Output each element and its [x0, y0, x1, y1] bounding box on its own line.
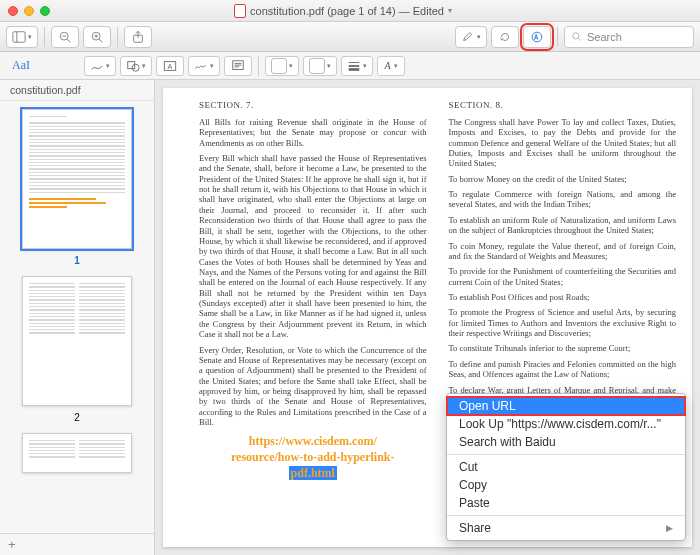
sign-button[interactable]: ▾: [188, 56, 220, 76]
thumbnail-sidebar: constitution.pdf 1 2: [0, 80, 155, 555]
section-8-p1: The Congress shall have Power To lay and…: [449, 117, 677, 169]
url-line-1: https://www.cisdem.com/: [201, 434, 425, 450]
menu-copy[interactable]: Copy: [447, 476, 685, 494]
section-8-p9: To constitute Tribunals inferior to the …: [449, 343, 677, 353]
maximize-window-button[interactable]: [40, 6, 50, 16]
section-8-p7: To establish Post Offices and post Roads…: [449, 292, 677, 302]
section-7-heading: SECTION. 7.: [199, 100, 427, 111]
sketch-icon: [90, 59, 104, 73]
minimize-window-button[interactable]: [24, 6, 34, 16]
note-button[interactable]: [224, 56, 252, 76]
page-thumbnail-1[interactable]: [22, 109, 132, 249]
window-title-text: constitution.pdf (page 1 of 14) — Edited: [250, 5, 444, 17]
markup-toolbar-button[interactable]: [523, 26, 551, 48]
search-placeholder: Search: [587, 31, 622, 43]
section-8-heading: SECTION. 8.: [449, 100, 677, 111]
fill-color-button[interactable]: ▾: [303, 56, 337, 76]
document-viewport[interactable]: SECTION. 7. All Bills for raising Revenu…: [155, 80, 700, 555]
svg-point-15: [132, 64, 139, 71]
chevron-right-icon: ▶: [666, 523, 673, 533]
window-controls: [8, 6, 50, 16]
zoom-in-button[interactable]: [83, 26, 111, 48]
sign-icon: [194, 59, 208, 73]
menu-cut[interactable]: Cut: [447, 458, 685, 476]
border-color-swatch: [271, 58, 287, 74]
search-field[interactable]: Search: [564, 26, 694, 48]
menu-paste[interactable]: Paste: [447, 494, 685, 512]
section-8-p5: To coin Money, regulate the Value thereo…: [449, 241, 677, 262]
share-button[interactable]: [124, 26, 152, 48]
highlight-button[interactable]: ▾: [455, 26, 487, 48]
page-number-2: 2: [74, 412, 80, 423]
zoom-out-icon: [58, 30, 72, 44]
fill-color-swatch: [309, 58, 325, 74]
titlebar: constitution.pdf (page 1 of 14) — Edited…: [0, 0, 700, 22]
shape-style-button[interactable]: ▾: [341, 56, 373, 76]
thumbnail-list[interactable]: 1 2: [0, 101, 154, 533]
shapes-button[interactable]: ▾: [120, 56, 152, 76]
add-page-button[interactable]: +: [8, 537, 16, 552]
border-color-button[interactable]: ▾: [265, 56, 299, 76]
section-8-p4: To establish an uniform Rule of Naturali…: [449, 215, 677, 236]
sidebar-filename: constitution.pdf: [0, 80, 154, 101]
menu-share[interactable]: Share▶: [447, 519, 685, 537]
sidebar-icon: [12, 30, 26, 44]
text-button[interactable]: A: [156, 56, 184, 76]
note-icon: [231, 59, 245, 73]
svg-text:A: A: [167, 62, 172, 69]
svg-line-3: [67, 39, 70, 42]
markup-icon: [530, 30, 544, 44]
highlighter-icon: [461, 30, 475, 44]
page-thumbnail-2[interactable]: [22, 276, 132, 406]
menu-look-up[interactable]: Look Up "https://www.cisdem.com/r...": [447, 415, 685, 433]
sidebar-toggle-button[interactable]: ▾: [6, 26, 38, 48]
close-window-button[interactable]: [8, 6, 18, 16]
zoom-in-icon: [90, 30, 104, 44]
svg-rect-0: [13, 31, 25, 42]
document-icon: [234, 4, 246, 18]
body: constitution.pdf 1 2: [0, 80, 700, 555]
hyperlink-annotation[interactable]: https://www.cisdem.com/ resource/how-to-…: [199, 432, 427, 483]
left-column: SECTION. 7. All Bills for raising Revenu…: [199, 100, 427, 539]
shapes-icon: [126, 59, 140, 73]
svg-line-6: [99, 39, 102, 42]
menu-search-baidu[interactable]: Search with Baidu: [447, 433, 685, 451]
url-line-2: resource/how-to-add-hyperlink-: [201, 450, 425, 466]
main-toolbar: ▾ ▾ Search: [0, 22, 700, 52]
search-icon: [571, 31, 582, 42]
rotate-button[interactable]: [491, 26, 519, 48]
font-style-button[interactable]: A▾: [377, 56, 405, 76]
window-title: constitution.pdf (page 1 of 14) — Edited…: [50, 4, 636, 18]
font-style-label: A: [384, 60, 390, 71]
text-style-label[interactable]: AaI: [6, 58, 36, 73]
section-8-p6: To provide for the Punishment of counter…: [449, 266, 677, 287]
markup-toolbar: AaI ▾ ▾ A ▾ ▾ ▾ ▾ A▾: [0, 52, 700, 80]
share-icon: [131, 30, 145, 44]
section-7-p2: Every Bill which shall have passed the H…: [199, 153, 427, 339]
section-8-p3: To regulate Commerce with foreign Nation…: [449, 189, 677, 210]
section-7-p1: All Bills for raising Revenue shall orig…: [199, 117, 427, 148]
text-icon: A: [163, 59, 177, 73]
sidebar-footer: +: [0, 533, 154, 555]
sketch-button[interactable]: ▾: [84, 56, 116, 76]
menu-open-url[interactable]: Open URL: [447, 397, 685, 415]
page-number-1: 1: [74, 255, 80, 266]
title-dropdown-icon[interactable]: ▾: [448, 6, 452, 15]
url-line-3: pdf.html: [201, 466, 425, 482]
svg-line-13: [578, 38, 580, 40]
section-8-p2: To borrow Money on the credit of the Uni…: [449, 174, 677, 184]
zoom-out-button[interactable]: [51, 26, 79, 48]
section-8-p10: To define and punish Piracies and Feloni…: [449, 359, 677, 380]
rotate-icon: [498, 30, 512, 44]
page-thumbnail-3[interactable]: [22, 433, 132, 473]
section-8-p8: To promote the Progress of Science and u…: [449, 307, 677, 338]
svg-point-12: [573, 33, 579, 39]
section-7-p3: Every Order, Resolution, or Vote to whic…: [199, 345, 427, 428]
context-menu: Open URL Look Up "https://www.cisdem.com…: [446, 393, 686, 541]
shape-style-icon: [347, 59, 361, 73]
